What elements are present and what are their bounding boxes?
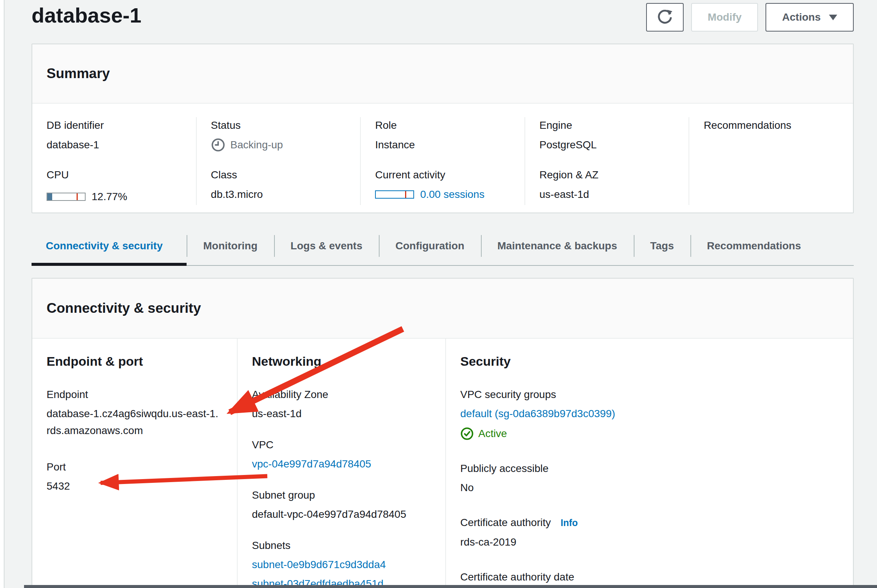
page-header: database-1 Modify Actions	[0, 0, 877, 44]
summary-grid: DB identifier database-1 CPU 12.77%	[32, 104, 853, 220]
status-value-line: Backing-up	[211, 137, 360, 153]
engine-field: Engine PostgreSQL	[539, 117, 689, 153]
security-group-link[interactable]: default (sg-0da6389b97d3c0399)	[460, 408, 615, 419]
tab-logs-events[interactable]: Logs & events	[274, 227, 379, 265]
cpu-label: CPU	[47, 167, 196, 183]
tab-tags[interactable]: Tags	[634, 227, 690, 265]
status-value: Backing-up	[231, 137, 283, 153]
subnets-label: Subnets	[252, 537, 435, 554]
tab-connectivity-security[interactable]: Connectivity & security	[32, 227, 187, 265]
cpu-meter-fill	[47, 193, 52, 200]
db-identifier-value: database-1	[47, 137, 196, 153]
role-field: Role Instance	[375, 117, 524, 153]
bottom-window-edge	[24, 585, 877, 588]
vpc-label: VPC	[252, 436, 435, 453]
role-label: Role	[375, 117, 524, 134]
publicly-accessible-value: No	[460, 479, 842, 496]
connectivity-panel: Connectivity & security Endpoint & port …	[32, 278, 854, 588]
tab-maintenance-backups[interactable]: Maintenance & backups	[481, 227, 634, 265]
security-column: Security VPC security groups default (sg…	[445, 339, 853, 588]
region-az-value: us-east-1d	[539, 186, 689, 203]
caret-down-icon	[829, 15, 837, 20]
connectivity-title: Connectivity & security	[47, 300, 201, 316]
port-value: 5432	[47, 478, 226, 495]
refresh-button[interactable]	[646, 3, 684, 32]
availability-zone-value: us-east-1d	[252, 405, 435, 422]
vpc-security-groups-label: VPC security groups	[460, 386, 842, 403]
networking-column: Networking Availability Zone us-east-1d …	[237, 339, 445, 588]
endpoint-port-title: Endpoint & port	[47, 351, 226, 371]
certificate-authority-label: Certificate authorityInfo	[460, 514, 842, 531]
certificate-authority-field: Certificate authorityInfo rds-ca-2019	[460, 514, 842, 550]
summary-col-recommendations: Recommendations	[689, 117, 853, 205]
security-group-status-line: Active	[460, 425, 842, 442]
subnet-link-1[interactable]: subnet-0e9b9d671c9d3dda4	[252, 556, 435, 573]
certificate-authority-date-label: Certificate authority date	[460, 568, 842, 585]
clock-icon	[211, 138, 225, 152]
status-field: Status Backing-up	[211, 117, 360, 153]
tab-monitoring[interactable]: Monitoring	[187, 227, 274, 265]
toolbar: Modify Actions	[646, 3, 854, 32]
class-field: Class db.t3.micro	[211, 167, 360, 203]
certificate-authority-info-link[interactable]: Info	[561, 517, 578, 528]
port-field: Port 5432	[47, 458, 226, 495]
publicly-accessible-field: Publicly accessible No	[460, 460, 842, 496]
engine-label: Engine	[539, 117, 689, 134]
vpc-field: VPC vpc-04e997d7a94d78405	[252, 436, 435, 472]
current-activity-label: Current activity	[375, 167, 524, 183]
modify-button[interactable]: Modify	[691, 3, 758, 32]
networking-title: Networking	[252, 351, 435, 371]
subnet-group-label: Subnet group	[252, 487, 435, 504]
actions-button-label: Actions	[782, 11, 821, 23]
status-label: Status	[211, 117, 360, 134]
sessions-meter-threshold-tick	[405, 191, 406, 198]
summary-col-status: Status Backing-up Class db.t3.micro	[196, 117, 360, 205]
current-activity-field: Current activity 0.00 sessions	[375, 167, 524, 201]
recommendations-field: Recommendations	[704, 117, 853, 134]
tab-configuration[interactable]: Configuration	[379, 227, 481, 265]
endpoint-label: Endpoint	[47, 386, 226, 403]
actions-button[interactable]: Actions	[765, 3, 854, 32]
port-label: Port	[47, 458, 226, 475]
region-az-field: Region & AZ us-east-1d	[539, 167, 689, 203]
subnet-group-value: default-vpc-04e997d7a94d78405	[252, 506, 435, 523]
db-identifier-label: DB identifier	[47, 117, 196, 134]
class-label: Class	[211, 167, 360, 183]
summary-col-engine: Engine PostgreSQL Region & AZ us-east-1d	[524, 117, 689, 205]
availability-zone-label: Availability Zone	[252, 386, 435, 403]
tab-bar: Connectivity & security Monitoring Logs …	[32, 227, 854, 266]
tab-recommendations[interactable]: Recommendations	[690, 227, 818, 265]
endpoint-value: database-1.cz4ag6siwqdu.us-east-1.rds.am…	[47, 405, 218, 439]
recommendations-label: Recommendations	[704, 117, 853, 134]
check-circle-icon	[460, 427, 474, 440]
vpc-link[interactable]: vpc-04e997d7a94d78405	[252, 458, 371, 470]
class-value: db.t3.micro	[211, 186, 360, 203]
availability-zone-field: Availability Zone us-east-1d	[252, 386, 435, 422]
summary-col-role: Role Instance Current activity 0.00 sess…	[360, 117, 524, 205]
summary-panel-header: Summary	[32, 44, 853, 104]
refresh-icon	[656, 9, 674, 26]
endpoint-field: Endpoint database-1.cz4ag6siwqdu.us-east…	[47, 386, 226, 439]
summary-title: Summary	[47, 66, 110, 81]
connectivity-body: Endpoint & port Endpoint database-1.cz4a…	[32, 339, 853, 588]
security-title: Security	[460, 351, 842, 371]
role-value: Instance	[375, 137, 524, 153]
subnet-group-field: Subnet group default-vpc-04e997d7a94d784…	[252, 487, 435, 523]
summary-col-identifier: DB identifier database-1 CPU 12.77%	[32, 117, 196, 205]
sessions-link[interactable]: 0.00 sessions	[420, 188, 484, 201]
certificate-authority-value: rds-ca-2019	[460, 534, 842, 550]
publicly-accessible-label: Publicly accessible	[460, 460, 842, 477]
region-az-label: Region & AZ	[539, 167, 689, 183]
engine-value: PostgreSQL	[539, 137, 689, 153]
summary-panel: Summary DB identifier database-1 CPU 12.…	[32, 44, 854, 213]
cpu-value: 12.77%	[92, 188, 127, 205]
db-identifier-field: DB identifier database-1	[47, 117, 196, 153]
certificate-authority-label-text: Certificate authority	[460, 517, 551, 528]
cpu-meter-threshold-tick	[77, 193, 78, 200]
page-title: database-1	[32, 3, 142, 27]
left-gutter	[0, 0, 5, 588]
connectivity-panel-header: Connectivity & security	[32, 279, 853, 339]
sessions-meter	[375, 190, 414, 199]
current-activity-bar-row: 0.00 sessions	[375, 188, 524, 201]
cpu-bar-row: 12.77%	[47, 188, 196, 205]
